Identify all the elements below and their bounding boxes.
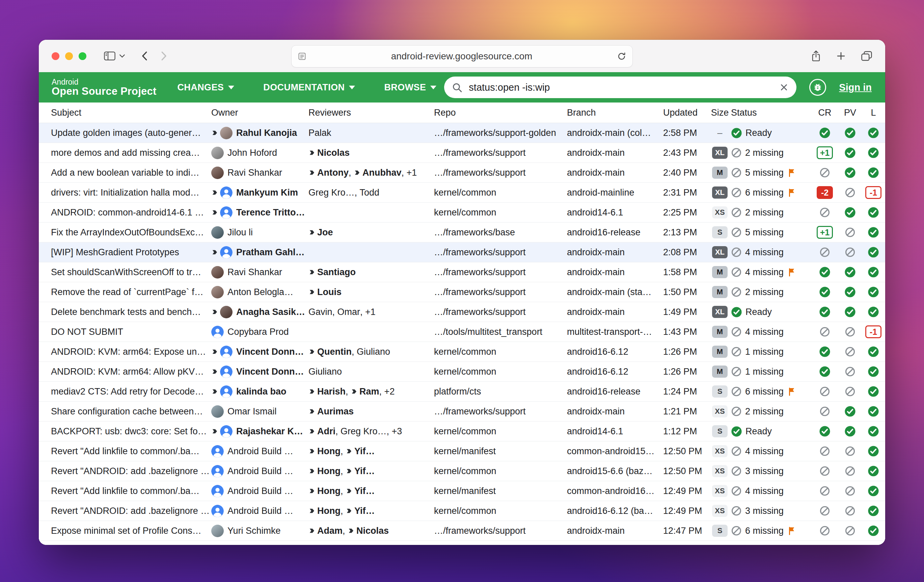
subject-cell[interactable]: Share configuration cache between… [51, 406, 211, 417]
close-window-button[interactable] [52, 52, 59, 60]
change-row[interactable]: ANDROID: common-android14-6.1 …Terence T… [39, 203, 885, 222]
owner-cell[interactable]: Android Build … [211, 445, 309, 457]
owner-cell[interactable]: Jilou li [211, 226, 309, 239]
change-subject[interactable]: Expose minimal set of Profile Cons… [51, 526, 201, 536]
change-row[interactable]: Revert "ANDROID: add .bazelignore …Andro… [39, 501, 885, 521]
repo-cell[interactable]: …/frameworks/support-golden [434, 128, 567, 138]
reviewer-name[interactable]: Hong [317, 486, 340, 497]
branch-cell[interactable]: android16-release [567, 386, 663, 397]
change-subject[interactable]: Delete benchmark tests and bench… [51, 307, 201, 317]
change-row[interactable]: Revert "Add linkfile to common/.ba…Andro… [39, 481, 885, 501]
branch-cell[interactable]: android15-6.6 (baz… [567, 466, 663, 477]
repo-cell[interactable]: kernel/common [434, 347, 567, 357]
repo-cell[interactable]: …/frameworks/support [434, 148, 567, 158]
reviewer-name[interactable]: Palak [309, 128, 332, 138]
repo-cell[interactable]: …/frameworks/support [434, 168, 567, 178]
repo-cell[interactable]: …/frameworks/support [434, 526, 567, 536]
owner-cell[interactable]: kalinda bao [211, 385, 309, 398]
owner-cell[interactable]: Pratham Gahl… [211, 246, 309, 259]
change-subject[interactable]: ANDROID: common-android14-6.1 … [51, 207, 204, 218]
owner-cell[interactable]: Rajashekar K… [211, 425, 309, 438]
reviewer-name[interactable]: Greg Kro… [340, 426, 387, 437]
reviewer-name[interactable]: Hong [317, 506, 340, 516]
reviewer-name[interactable]: Nicolas [317, 148, 350, 158]
branch-cell[interactable]: androidx-main (col… [567, 128, 663, 138]
forward-button[interactable] [161, 51, 167, 61]
change-subject[interactable]: [WIP] MeshGradient Prototypes [51, 247, 179, 258]
reviewer-name[interactable]: Aurimas [317, 406, 354, 417]
zoom-window-button[interactable] [79, 52, 86, 60]
subject-cell[interactable]: ANDROID: KVM: arm64: Expose un… [51, 347, 211, 357]
nav-changes[interactable]: CHANGES [177, 82, 234, 93]
repo-cell[interactable]: …/frameworks/support [434, 267, 567, 278]
subject-cell[interactable]: Remove the read of `currentPage` f… [51, 287, 211, 298]
search-box[interactable] [444, 77, 797, 98]
owner-cell[interactable]: Terence Tritto… [211, 206, 309, 219]
reviewer-name[interactable]: Ram [360, 386, 380, 397]
subject-cell[interactable]: Revert "ANDROID: add .bazelignore … [51, 506, 211, 516]
subject-cell[interactable]: Update golden images (auto-gener… [51, 128, 211, 138]
reviewer-name[interactable]: +1 [365, 307, 376, 317]
subject-cell[interactable]: Fix the ArrayIndexOutOfBoundsExc… [51, 227, 211, 238]
branch-cell[interactable]: common-android15… [567, 446, 663, 457]
nav-documentation[interactable]: DOCUMENTATION [263, 82, 355, 93]
reload-icon[interactable] [617, 52, 626, 61]
repo-cell[interactable]: …/frameworks/support [434, 247, 567, 258]
change-row[interactable]: Remove the read of `currentPage` f…Anton… [39, 282, 885, 302]
subject-cell[interactable]: BACKPORT: usb: dwc3: core: Set fo… [51, 426, 211, 437]
back-button[interactable] [141, 51, 147, 61]
owner-cell[interactable]: Android Build … [211, 485, 309, 497]
change-row[interactable]: Revert "ANDROID: add .bazelignore …Andro… [39, 461, 885, 481]
change-subject[interactable]: BACKPORT: usb: dwc3: core: Set fo… [51, 426, 207, 437]
reviewer-name[interactable]: Nicolas [356, 526, 389, 536]
reviewer-name[interactable]: Greg Kro… [309, 187, 355, 198]
owner-cell[interactable]: Android Build … [211, 505, 309, 517]
branch-cell[interactable]: androidx-main [567, 267, 663, 278]
minimize-window-button[interactable] [65, 52, 73, 60]
reviewer-name[interactable]: Hong [317, 446, 340, 457]
subject-cell[interactable]: Revert "Add linkfile to common/.ba… [51, 486, 211, 497]
branch-cell[interactable]: android14-6.1 [567, 426, 663, 437]
reviewer-name[interactable]: Louis [317, 287, 342, 298]
change-subject[interactable]: Add a new boolean variable to indi… [51, 168, 200, 178]
change-row[interactable]: Revert "Add linkfile to common/.ba…Andro… [39, 441, 885, 461]
change-row[interactable]: ANDROID: KVM: arm64: Expose un…Vincent D… [39, 342, 885, 362]
owner-cell[interactable]: Yuri Schimke [211, 524, 309, 537]
branch-cell[interactable]: androidx-main [567, 526, 663, 536]
owner-cell[interactable]: Rahul Kanojia [211, 127, 309, 139]
change-subject[interactable]: ANDROID: KVM: arm64: Expose un… [51, 347, 206, 357]
reviewer-name[interactable]: Santiago [317, 267, 356, 278]
change-row[interactable]: DO NOT SUBMITCopybara Prod…/tools/multit… [39, 322, 885, 342]
subject-cell[interactable]: mediav2 CTS: Add retry for Decode… [51, 386, 211, 397]
owner-cell[interactable]: Ravi Shankar [211, 166, 309, 179]
owner-cell[interactable]: Ravi Shankar [211, 266, 309, 278]
repo-cell[interactable]: kernel/manifest [434, 446, 567, 457]
change-subject[interactable]: ANDROID: KVM: arm64: Allow pKV… [51, 367, 204, 377]
change-row[interactable]: Update golden images (auto-gener…Rahul K… [39, 123, 885, 143]
subject-cell[interactable]: Add a new boolean variable to indi… [51, 168, 211, 178]
change-row[interactable]: drivers: virt: Initialization halla mod…… [39, 183, 885, 203]
repo-cell[interactable]: …/frameworks/support [434, 307, 567, 317]
subject-cell[interactable]: Revert "ANDROID: add .bazelignore … [51, 466, 211, 477]
repo-cell[interactable]: kernel/common [434, 466, 567, 477]
change-subject[interactable]: DO NOT SUBMIT [51, 327, 123, 337]
subject-cell[interactable]: Expose minimal set of Profile Cons… [51, 526, 211, 536]
change-row[interactable]: Delete benchmark tests and bench…Anagha … [39, 302, 885, 322]
report-bug-icon[interactable] [809, 79, 826, 96]
repo-cell[interactable]: platform/cts [434, 386, 567, 397]
change-row[interactable]: mediav2 CTS: Add retry for Decode…kalind… [39, 382, 885, 401]
owner-cell[interactable]: Omar Ismail [211, 405, 309, 418]
change-row[interactable]: Share configuration cache between…Omar I… [39, 401, 885, 421]
change-subject[interactable]: Revert "ANDROID: add .bazelignore … [51, 466, 210, 477]
subject-cell[interactable]: drivers: virt: Initialization halla mod… [51, 187, 211, 198]
subject-cell[interactable]: Set shouldScanWithScreenOff to tr… [51, 267, 211, 278]
owner-cell[interactable]: John Hoford [211, 147, 309, 159]
owner-cell[interactable]: Android Build … [211, 465, 309, 477]
subject-cell[interactable]: ANDROID: common-android14-6.1 … [51, 207, 211, 218]
change-subject[interactable]: Remove the read of `currentPage` f… [51, 287, 203, 298]
reviewer-name[interactable]: Harish [317, 386, 346, 397]
branch-cell[interactable]: androidx-main [567, 406, 663, 417]
branch-cell[interactable]: androidx-main [567, 247, 663, 258]
change-row[interactable]: more demos and add missing crea…John Hof… [39, 143, 885, 163]
page-settings-icon[interactable] [298, 52, 307, 61]
